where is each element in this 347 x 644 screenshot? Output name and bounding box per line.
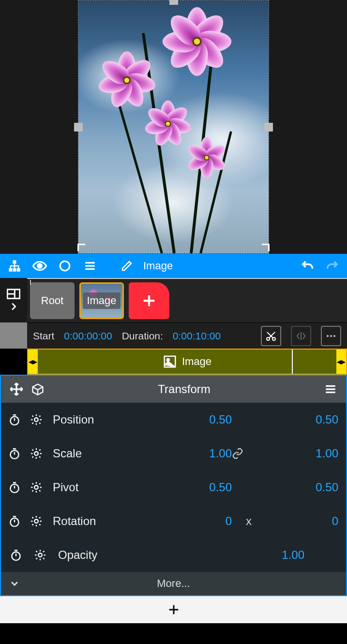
layer-tab-image[interactable]: Image [79, 282, 124, 319]
menu-icon[interactable] [78, 254, 102, 278]
prop-label: Opacity [54, 548, 161, 562]
crop-corner[interactable] [259, 244, 270, 254]
start-value[interactable]: 0:00:00:00 [64, 330, 112, 342]
timeline-clip-row: ◂▸ Image ◂▸ [27, 349, 347, 375]
image-icon [163, 354, 177, 369]
stopwatch-icon[interactable] [6, 413, 24, 426]
undo-icon[interactable] [296, 254, 319, 278]
prop-row-pivot: Pivot 0.50 0.50 [1, 470, 346, 504]
gear-icon[interactable] [28, 447, 45, 460]
prop-row-rotation: Rotation 0 x 0 [1, 504, 346, 538]
position-x-value[interactable]: 0.50 [159, 413, 232, 426]
clip-handle-right[interactable]: ◂▸ [336, 350, 346, 374]
svg-point-34 [34, 452, 38, 455]
plus-icon [167, 603, 181, 616]
expand-icon[interactable] [8, 301, 19, 312]
hierarchy-icon[interactable] [3, 254, 26, 278]
move-icon[interactable] [6, 379, 27, 400]
toolbar-title: Image [143, 260, 294, 272]
panel-title: Transform [48, 382, 320, 396]
resize-handle[interactable] [74, 123, 83, 132]
cut-button[interactable] [261, 326, 281, 346]
timeline-info: Start 0:00:00:00 Duration: 0:00:10:00 [27, 322, 347, 349]
layer-root-label: Root [41, 294, 63, 307]
svg-point-43 [12, 552, 20, 560]
cube-icon[interactable] [27, 379, 48, 400]
start-label: Start [33, 330, 54, 342]
pivot-x-value[interactable]: 0.50 [159, 481, 232, 494]
rotation-y-value[interactable]: 0 [266, 514, 338, 528]
duration-label: Duration: [122, 330, 163, 342]
prop-row-position: Position 0.50 0.50 [1, 403, 346, 437]
prop-label: Scale [49, 447, 155, 460]
stopwatch-icon[interactable] [6, 447, 24, 460]
opacity-value[interactable]: 1.00 [282, 548, 304, 562]
clip-label: Image [182, 355, 211, 368]
svg-rect-3 [17, 268, 20, 272]
layers-bar: Root Image [0, 278, 347, 322]
prop-label: Pivot [49, 481, 155, 494]
svg-point-39 [11, 518, 19, 527]
timeline-clip[interactable]: Image [38, 350, 336, 374]
svg-rect-2 [13, 268, 16, 272]
chevron-down-icon [9, 578, 20, 589]
svg-point-4 [38, 264, 42, 268]
resize-handle[interactable] [169, 0, 178, 5]
prop-row-scale: Scale 1.00 1.00 [1, 437, 346, 470]
visibility-icon[interactable] [28, 254, 51, 278]
scale-y-value[interactable]: 1.00 [266, 447, 338, 460]
stopwatch-icon[interactable] [6, 481, 24, 494]
prop-row-opacity: Opacity 1.00 [1, 538, 346, 572]
resize-handle[interactable] [264, 123, 273, 132]
svg-point-21 [333, 335, 335, 337]
svg-point-42 [34, 519, 38, 523]
more-label: More... [157, 577, 190, 590]
pivot-y-value[interactable]: 0.50 [266, 481, 338, 494]
more-button[interactable]: More... [1, 572, 346, 595]
stopwatch-icon[interactable] [6, 515, 24, 527]
bottom-add-button[interactable] [0, 596, 347, 623]
panel-menu-icon[interactable] [320, 379, 341, 400]
canvas-preview[interactable] [0, 0, 347, 254]
link-icon[interactable] [232, 448, 266, 459]
panel-toggle-icon[interactable] [7, 289, 20, 299]
crop-corner[interactable] [77, 244, 88, 254]
gear-icon[interactable] [30, 549, 50, 561]
duration-value[interactable]: 0:00:10:00 [173, 330, 221, 342]
gear-icon[interactable] [28, 515, 45, 527]
stopwatch-icon[interactable] [6, 549, 26, 561]
timeline-grip[interactable] [0, 322, 27, 349]
rotation-separator: x [232, 514, 266, 528]
main-toolbar: Image [0, 254, 347, 278]
more-options-button[interactable] [321, 326, 341, 346]
svg-point-46 [38, 553, 42, 557]
layer-tab-root[interactable]: Root [30, 282, 75, 319]
layer-image-label: Image [83, 293, 120, 309]
split-button [291, 326, 311, 346]
position-y-value[interactable]: 0.50 [266, 413, 338, 426]
svg-point-5 [60, 261, 70, 271]
scale-x-value[interactable]: 1.00 [159, 447, 232, 460]
svg-point-38 [34, 485, 38, 489]
edit-icon[interactable] [115, 254, 138, 278]
gear-icon[interactable] [28, 413, 45, 426]
svg-rect-1 [9, 268, 12, 272]
transform-panel: Transform Position 0.50 0.50 Scale 1.00 … [0, 375, 347, 596]
svg-point-20 [330, 335, 332, 337]
rotation-x-value[interactable]: 0 [159, 514, 232, 528]
prop-label: Position [49, 413, 155, 426]
prop-label: Rotation [49, 514, 155, 528]
record-icon[interactable] [53, 254, 76, 278]
add-layer-button[interactable] [129, 282, 169, 319]
svg-point-30 [34, 418, 38, 422]
redo-icon[interactable] [321, 254, 344, 278]
clip-handle-left[interactable]: ◂▸ [28, 350, 38, 374]
svg-rect-0 [13, 260, 16, 263]
svg-point-19 [327, 335, 329, 337]
svg-point-23 [167, 359, 169, 361]
selected-image[interactable] [78, 0, 269, 254]
gear-icon[interactable] [28, 481, 45, 494]
